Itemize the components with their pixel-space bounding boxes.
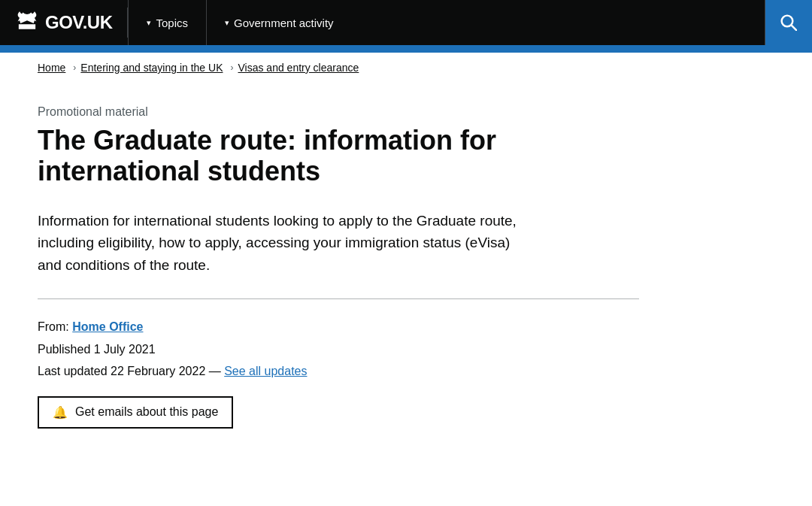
government-activity-label: Government activity [234, 17, 334, 29]
government-activity-nav-item[interactable]: ▾ Government activity [206, 0, 352, 45]
site-header: GOV.UK ▾ Topics ▾ Government activity [0, 0, 812, 45]
breadcrumb: Home › Entering and staying in the UK › … [0, 53, 812, 83]
breadcrumb-visas-entry[interactable]: Visas and entry clearance [238, 62, 359, 74]
updated-row: Last updated 22 February 2022 — See all … [38, 362, 639, 381]
published-row: Published 1 July 2021 [38, 340, 639, 359]
email-button-label: Get emails about this page [75, 405, 218, 419]
topics-nav-item[interactable]: ▾ Topics [128, 0, 206, 45]
chevron-down-icon: ▾ [225, 18, 229, 28]
content-type-label: Promotional material [38, 105, 639, 119]
meta-section: From: Home Office Published 1 July 2021 … [38, 317, 639, 381]
breadcrumb-entering-staying[interactable]: Entering and staying in the UK [80, 62, 223, 74]
crown-icon [15, 9, 39, 36]
see-all-updates-link[interactable]: See all updates [224, 365, 307, 377]
updated-separator: — [209, 365, 221, 377]
published-date: 1 July 2021 [94, 343, 156, 356]
gov-uk-text: GOV.UK [45, 12, 112, 33]
page-description: Information for international students l… [38, 210, 534, 276]
home-office-link[interactable]: Home Office [72, 320, 143, 333]
svg-line-1 [792, 26, 797, 31]
breadcrumb-home[interactable]: Home [38, 62, 65, 74]
updated-label: Last updated [38, 365, 108, 377]
chevron-down-icon: ▾ [147, 18, 151, 28]
page-title: The Graduate route: information for inte… [38, 125, 639, 187]
blue-accent-bar [0, 45, 812, 53]
search-button[interactable] [765, 0, 812, 45]
topics-label: Topics [156, 17, 188, 29]
gov-uk-logo[interactable]: GOV.UK [0, 0, 127, 45]
main-content: Promotional material The Graduate route:… [0, 83, 677, 474]
bell-icon: 🔔 [53, 405, 68, 420]
from-row: From: Home Office [38, 317, 639, 337]
published-label: Published [38, 343, 90, 356]
search-icon [780, 14, 797, 31]
get-emails-button[interactable]: 🔔 Get emails about this page [38, 396, 233, 429]
from-label: From: [38, 320, 69, 333]
breadcrumb-separator-1: › [73, 62, 76, 73]
breadcrumb-separator-2: › [230, 62, 233, 73]
content-divider [38, 298, 639, 299]
updated-date: 22 February 2022 [111, 365, 209, 377]
main-nav: ▾ Topics ▾ Government activity [128, 0, 765, 45]
